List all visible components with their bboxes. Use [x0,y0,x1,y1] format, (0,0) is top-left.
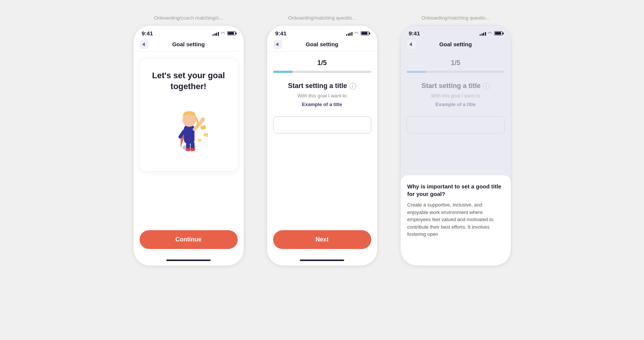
back-arrow-icon-3 [409,42,412,46]
screen3-wrapper: Onboarding/matching questio... 9:41 ◠ [400,15,511,266]
wifi-icon-2: ◠ [354,31,358,36]
svg-point-3 [185,148,191,151]
sheet-title: Why is important to set a good title for… [407,183,504,197]
status-time-1: 9:41 [142,30,153,36]
svg-point-12 [200,117,205,122]
screen2-wrapper: Onboarding/matching questio... 9:41 ◠ [267,15,378,266]
back-button-3[interactable] [407,40,416,49]
svg-rect-5 [184,125,194,144]
back-button-2[interactable] [273,40,282,49]
wifi-icon-3: ◠ [488,31,492,36]
screen3-label: Onboarding/matching questio... [422,15,490,21]
example-link-2[interactable]: Example of a title [302,102,342,107]
home-indicator-1 [166,260,210,261]
home-indicator-2 [300,260,344,261]
screen2-phone: 9:41 ◠ Goal setting [267,25,378,266]
status-bar-3: 9:41 ◠ [401,26,511,39]
progress-bar-2 [273,71,371,73]
screen2-label: Onboarding/matching questio... [288,15,356,21]
screen1-phone: 9:41 ◠ Goal setting [133,25,244,266]
info-icon-2[interactable]: i [349,83,356,90]
question-subtitle-2: With this goal I want to [298,93,347,99]
status-icons-2: ◠ [346,31,369,36]
battery-icon-1 [227,31,235,35]
screen1-wrapper: Onboarding/coach matching/c... 9:41 ◠ [133,15,244,266]
signal-icon-3 [480,31,486,36]
sheet-body: Create a supportive, inclusive, and enjo… [407,201,504,238]
nav-bar-3: Goal setting [401,39,511,52]
status-bar-2: 9:41 ◠ [267,26,377,39]
screen2-content: 1/5 Start setting a title i With this go… [267,52,377,257]
status-bar-1: 9:41 ◠ [134,26,244,39]
svg-rect-9 [200,125,206,130]
back-button-1[interactable] [140,40,149,49]
status-time-3: 9:41 [409,30,420,36]
battery-icon-2 [361,31,369,35]
question-section-2: Start setting a title i With this goal I… [273,82,371,107]
svg-point-4 [190,148,195,151]
status-icons-3: ◠ [480,31,503,36]
status-time-2: 9:41 [275,30,287,36]
back-arrow-icon-1 [142,42,145,46]
progress-counter-2: 1/5 [317,59,327,67]
continue-button[interactable]: Continue [140,230,238,249]
signal-icon-1 [213,31,219,36]
title-input-2[interactable] [273,116,371,134]
goal-card: Let's set your goal together! [140,59,238,171]
svg-rect-10 [203,133,208,137]
screen1-label: Onboarding/coach matching/c... [154,15,223,21]
nav-title-2: Goal setting [306,41,339,47]
bottom-sheet: Why is important to set a good title for… [401,175,511,266]
battery-icon-3 [494,31,503,35]
svg-rect-11 [198,139,202,142]
goal-card-title: Let's set your goal together! [147,70,230,92]
screen1-content: Let's set your goal together! [134,52,244,257]
back-arrow-icon-2 [276,42,278,46]
nav-bar-1: Goal setting [134,39,244,52]
progress-bar-fill-2 [273,71,293,73]
nav-title-1: Goal setting [172,41,205,47]
signal-icon-2 [346,31,352,36]
screen3-phone: 9:41 ◠ Goal setting [400,25,511,266]
wifi-icon-1: ◠ [221,31,225,36]
question-title-2: Start setting a title i [288,82,356,90]
next-button[interactable]: Next [273,230,371,249]
nav-bar-2: Goal setting [267,39,377,52]
hero-illustration [158,99,219,159]
progress-section-2: 1/5 [273,59,371,73]
nav-title-3: Goal setting [439,41,472,47]
status-icons-1: ◠ [213,31,235,36]
